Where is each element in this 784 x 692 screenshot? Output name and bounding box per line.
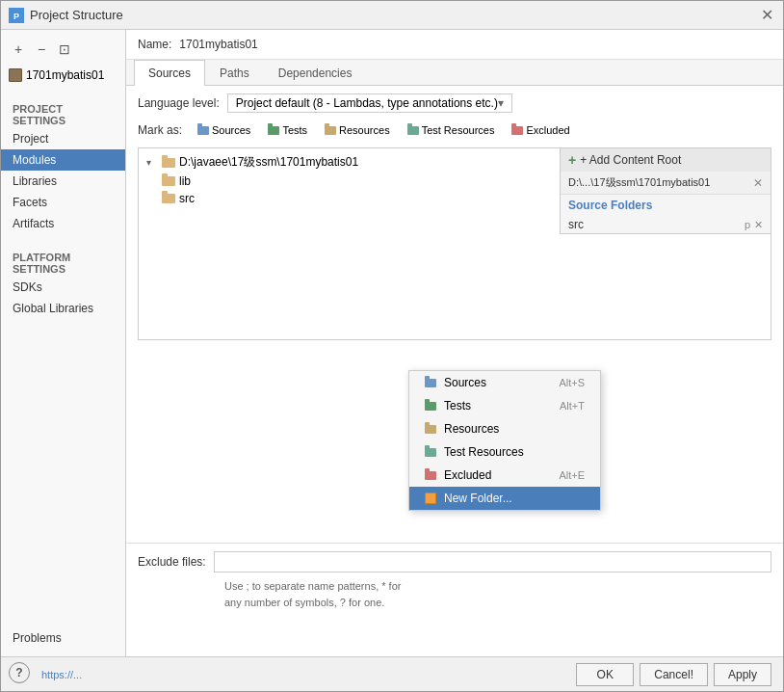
ctx-new-folder-label: New Folder... xyxy=(444,492,512,505)
ctx-new-folder[interactable]: New Folder... xyxy=(409,487,600,510)
name-value: 1701mybatis01 xyxy=(179,38,257,51)
context-menu: Sources Alt+S Tests Alt+T xyxy=(408,370,601,511)
resources-folder-icon xyxy=(325,126,336,135)
name-row: Name: 1701mybatis01 xyxy=(126,30,783,60)
panel-source-item-name: src xyxy=(568,218,584,231)
window-title: Project Structure xyxy=(30,8,758,22)
ctx-sources[interactable]: Sources Alt+S xyxy=(409,371,600,394)
panel-item-actions: p ✕ xyxy=(745,219,763,231)
tree-root-path: D:\javaee\17级ssm\1701mybatis01 xyxy=(179,154,358,171)
panel-item-edit-button[interactable]: p xyxy=(745,219,750,231)
name-label: Name: xyxy=(138,38,171,51)
ctx-resources-icon xyxy=(425,425,436,434)
language-level-row: Language level: Project default (8 - Lam… xyxy=(138,93,771,113)
root-folder-icon xyxy=(162,158,175,168)
lang-level-select[interactable]: Project default (8 - Lambdas, type annot… xyxy=(227,93,512,113)
close-button[interactable]: ✕ xyxy=(758,7,775,24)
cancel-button[interactable]: Cancel! xyxy=(640,663,708,686)
exclude-label: Exclude files: xyxy=(138,555,206,569)
panel-close-button[interactable]: ✕ xyxy=(753,176,763,190)
ctx-sources-label: Sources xyxy=(444,376,486,389)
tab-sources[interactable]: Sources xyxy=(134,60,205,86)
copy-button[interactable]: ⊡ xyxy=(55,40,74,59)
sidebar-item-sdks[interactable]: SDKs xyxy=(1,277,125,298)
help-button[interactable]: ? xyxy=(9,662,30,683)
lib-folder-icon xyxy=(162,176,175,186)
window-icon: P xyxy=(9,8,24,23)
tab-paths[interactable]: Paths xyxy=(205,60,264,86)
exclude-hint: Use ; to separate name patterns, * for a… xyxy=(138,578,771,610)
sidebar-item-sdks-label: SDKs xyxy=(13,280,42,294)
ctx-resources[interactable]: Resources xyxy=(409,417,600,440)
ctx-excluded[interactable]: Excluded Alt+E xyxy=(409,464,600,487)
sidebar-item-global-libraries[interactable]: Global Libraries xyxy=(1,298,125,319)
ctx-tests-shortcut: Alt+T xyxy=(560,400,585,412)
mark-resources-button[interactable]: Resources xyxy=(319,122,396,138)
right-panel: + + Add Content Root D:\...\17级ssm\1701m… xyxy=(560,147,771,234)
main-content: + − ⊡ 1701mybatis01 Project Settings Pro… xyxy=(1,30,783,656)
sidebar-item-project[interactable]: Project xyxy=(1,128,125,149)
sidebar-item-artifacts[interactable]: Artifacts xyxy=(1,213,125,234)
project-settings-label: Project Settings xyxy=(1,95,125,128)
tree-item-lib-label: lib xyxy=(179,174,191,188)
ctx-excluded-label: Excluded xyxy=(444,468,491,482)
sidebar-item-modules[interactable]: Modules xyxy=(1,149,125,171)
mark-test-resources-button[interactable]: Test Resources xyxy=(402,122,501,138)
mark-as-label: Mark as: xyxy=(138,123,182,137)
bottom-buttons: ? https://... OK Cancel! Apply xyxy=(1,656,783,691)
ctx-excluded-shortcut: Alt+E xyxy=(559,469,585,481)
main-panel: Name: 1701mybatis01 Sources Paths Depend… xyxy=(126,30,783,656)
ctx-new-folder-icon xyxy=(425,492,436,504)
mark-tests-button[interactable]: Tests xyxy=(262,122,313,138)
title-bar: P Project Structure ✕ xyxy=(1,1,783,30)
mark-sources-button[interactable]: Sources xyxy=(192,122,256,138)
source-folders-label: Source Folders xyxy=(561,195,771,216)
exclude-input[interactable] xyxy=(214,551,771,572)
svg-text:P: P xyxy=(13,12,19,21)
sidebar-item-problems[interactable]: Problems xyxy=(1,627,125,649)
apply-button[interactable]: Apply xyxy=(714,663,771,686)
sidebar-item-facets[interactable]: Facets xyxy=(1,192,125,213)
sidebar-item-facets-label: Facets xyxy=(13,196,47,209)
add-button[interactable]: + xyxy=(9,40,28,59)
mark-excluded-button[interactable]: Excluded xyxy=(506,122,575,138)
sidebar-toolbar: + − ⊡ xyxy=(1,38,125,65)
sidebar-item-global-libraries-label: Global Libraries xyxy=(13,302,93,315)
sidebar: + − ⊡ 1701mybatis01 Project Settings Pro… xyxy=(1,30,126,656)
ctx-tests-label: Tests xyxy=(444,399,471,413)
ctx-sources-icon xyxy=(425,379,436,387)
ctx-test-resources[interactable]: Test Resources xyxy=(409,440,600,464)
module-icon xyxy=(9,68,22,82)
ctx-tests-icon xyxy=(425,402,436,411)
tab-content-sources: Language level: Project default (8 - Lam… xyxy=(126,86,783,656)
right-panel-header: + + Add Content Root xyxy=(561,148,771,172)
panel-path: D:\...\17级ssm\1701mybatis01 ✕ xyxy=(561,172,771,195)
chevron-down-icon: ▾ xyxy=(498,96,504,110)
ctx-resources-label: Resources xyxy=(444,422,499,436)
sidebar-item-libraries[interactable]: Libraries xyxy=(1,171,125,192)
sources-folder-icon xyxy=(197,126,209,135)
lang-level-label: Language level: xyxy=(138,96,220,110)
add-content-root-button[interactable]: + xyxy=(568,152,576,168)
exclude-area: Exclude files: Use ; to separate name pa… xyxy=(126,543,783,618)
tab-bar: Sources Paths Dependencies xyxy=(126,60,783,86)
panel-source-item: src p ✕ xyxy=(561,216,771,233)
ok-button[interactable]: OK xyxy=(576,663,634,686)
ctx-test-resources-label: Test Resources xyxy=(444,445,524,459)
module-name: 1701mybatis01 xyxy=(26,68,104,82)
project-structure-window: P Project Structure ✕ + − ⊡ 1701mybatis0… xyxy=(0,0,784,692)
remove-button[interactable]: − xyxy=(32,40,51,59)
tab-dependencies[interactable]: Dependencies xyxy=(264,60,367,86)
ctx-excluded-icon xyxy=(425,471,436,480)
ctx-tests[interactable]: Tests Alt+T xyxy=(409,394,600,417)
panel-item-remove-button[interactable]: ✕ xyxy=(754,219,763,231)
status-link: https://... xyxy=(41,669,82,680)
panel-path-value: D:\...\17级ssm\1701mybatis01 xyxy=(568,175,710,190)
sidebar-item-libraries-label: Libraries xyxy=(13,174,57,188)
test-resources-folder-icon xyxy=(407,126,419,135)
tests-folder-icon xyxy=(268,126,279,135)
sidebar-item-artifacts-label: Artifacts xyxy=(13,217,54,230)
module-item[interactable]: 1701mybatis01 xyxy=(1,65,125,86)
excluded-folder-icon xyxy=(511,126,523,135)
exclude-row: Exclude files: xyxy=(138,551,771,572)
